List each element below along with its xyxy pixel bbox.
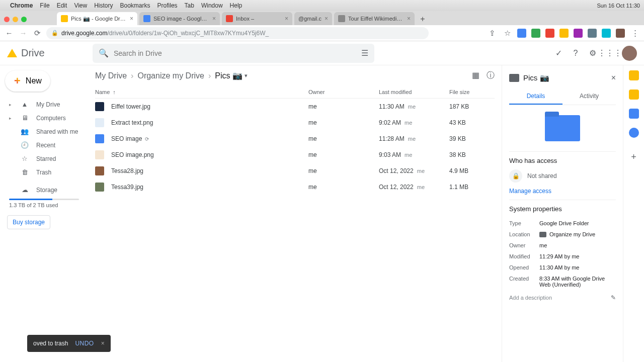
sort-asc-icon[interactable]: ↑ (113, 89, 116, 95)
apps-icon[interactable]: ⋮⋮⋮ (605, 48, 615, 58)
file-list-header: Name ↑ Owner Last modified File size (95, 86, 495, 99)
file-thumb-icon (95, 102, 104, 111)
crumb-current[interactable]: Pics 📷 ▾ (215, 71, 248, 80)
menubar-app[interactable]: Chrome (10, 2, 33, 9)
keep-icon[interactable] (629, 89, 639, 100)
browser-tab[interactable]: SEO image - Google Docs × (139, 12, 220, 25)
support-icon[interactable]: ? (571, 48, 581, 58)
extensions-icon[interactable]: ⋮ (630, 29, 640, 38)
account-avatar[interactable] (622, 46, 637, 61)
sidebar-shared[interactable]: 👥Shared with me (0, 125, 88, 138)
forward-button[interactable]: → (18, 29, 28, 37)
browser-tab[interactable]: @gmail.c × (294, 12, 332, 25)
extension-icon[interactable] (602, 29, 611, 38)
menu-tab[interactable]: Tab (185, 2, 194, 9)
info-icon[interactable]: ⓘ (487, 70, 495, 81)
drive-logo[interactable]: Drive (7, 47, 88, 59)
menu-bookmarks[interactable]: Bookmarks (120, 2, 150, 9)
sidebar-storage[interactable]: ☁Storage (0, 183, 88, 197)
search-bar[interactable]: 🔍 ☰ (93, 44, 374, 63)
col-name[interactable]: Name (95, 89, 110, 95)
plus-icon: + (14, 74, 21, 87)
share-icon[interactable]: ⇪ (487, 29, 497, 38)
file-thumb-icon (95, 150, 104, 159)
search-filter-icon[interactable]: ☰ (361, 48, 368, 58)
toast-close-icon[interactable]: × (101, 340, 105, 347)
offline-status-icon[interactable]: ✓ (553, 48, 564, 58)
file-row[interactable]: Eiffel tower.jpg me 11:30 AM me 187 KB (95, 99, 495, 115)
sidebar-computers[interactable]: ▸🖥Computers (0, 111, 88, 125)
file-row[interactable]: Extract text.png me 9:02 AM me 43 KB (95, 115, 495, 131)
browser-tab[interactable]: Pics 📷 - Google Drive × (57, 12, 137, 25)
file-row[interactable]: SEO image ⟳ me 11:28 AM me 39 KB (95, 131, 495, 147)
sidebar-starred[interactable]: ☆Starred (0, 152, 88, 165)
tab-title: Inbox – (236, 16, 282, 22)
manage-access-link[interactable]: Manage access (509, 188, 551, 195)
tasks-icon[interactable] (629, 109, 639, 119)
window-minimize[interactable] (13, 17, 18, 22)
crumb-my-drive[interactable]: My Drive (95, 71, 127, 80)
contacts-icon[interactable] (629, 128, 639, 138)
reload-button[interactable]: ⟳ (32, 29, 42, 38)
file-owner: me (308, 119, 379, 126)
extension-icon[interactable] (588, 29, 597, 38)
sidebar-my-drive[interactable]: ▸▲My Drive (0, 98, 88, 111)
menu-file[interactable]: File (40, 2, 49, 9)
tab-close-icon[interactable]: × (325, 15, 328, 22)
grid-view-icon[interactable]: ▦ (472, 70, 479, 81)
col-size[interactable]: File size (449, 89, 495, 95)
file-row[interactable]: Tessa39.jpg me Oct 12, 2022 me 1.1 MB (95, 179, 495, 195)
toast-text: oved to trash (33, 340, 68, 347)
new-tab-button[interactable]: + (417, 13, 429, 25)
prop-type: Google Drive Folder (539, 220, 616, 226)
bookmark-icon[interactable]: ☆ (502, 29, 512, 38)
toast-undo-button[interactable]: UNDO (75, 340, 94, 347)
lock-icon: 🔒 (509, 169, 522, 183)
file-row[interactable]: Tessa28.jpg me Oct 12, 2022 me 4.9 MB (95, 163, 495, 179)
buy-storage-button[interactable]: Buy storage (7, 215, 50, 229)
calendar-icon[interactable] (629, 70, 639, 80)
window-close[interactable] (4, 17, 10, 22)
col-modified[interactable]: Last modified (379, 89, 449, 95)
menu-edit[interactable]: Edit (57, 2, 67, 9)
chrome-tabstrip: Pics 📷 - Google Drive × SEO image - Goog… (0, 11, 644, 25)
tab-close-icon[interactable]: × (130, 15, 133, 22)
extension-icon[interactable] (531, 29, 540, 38)
sidebar-recent[interactable]: 🕘Recent (0, 138, 88, 152)
window-maximize[interactable] (21, 17, 27, 22)
file-name: Tessa28.jpg (111, 167, 143, 174)
people-icon: 👥 (20, 128, 29, 135)
extension-icon[interactable] (616, 29, 625, 38)
menu-history[interactable]: History (94, 2, 113, 9)
search-input[interactable] (114, 49, 356, 57)
extension-icon[interactable] (545, 29, 554, 38)
file-row[interactable]: SEO image.png me 9:03 AM me 38 KB (95, 147, 495, 163)
extension-icon[interactable] (574, 29, 583, 38)
edit-description-icon[interactable]: ✎ (611, 294, 616, 301)
details-tab-details[interactable]: Details (509, 88, 562, 105)
settings-icon[interactable]: ⚙ (588, 48, 598, 58)
col-owner[interactable]: Owner (308, 89, 379, 95)
address-bar[interactable]: 🔒 drive.google.com/drive/u/0/folders/1w-… (46, 27, 429, 39)
browser-tab[interactable]: Inbox – × (222, 12, 292, 25)
extension-icon[interactable] (517, 29, 526, 38)
menu-window[interactable]: Window (201, 2, 223, 9)
menu-profiles[interactable]: Profiles (157, 2, 178, 9)
menu-help[interactable]: Help (230, 2, 243, 9)
new-button[interactable]: + New (5, 70, 50, 92)
details-close-icon[interactable]: × (611, 73, 616, 82)
tab-close-icon[interactable]: × (212, 15, 216, 22)
browser-tab[interactable]: Tour Eiffel Wikimedia Comm × (334, 12, 415, 25)
menu-view[interactable]: View (74, 2, 87, 9)
prop-location[interactable]: Organize my Drive (539, 231, 616, 237)
crumb-organize[interactable]: Organize my Drive (137, 71, 204, 80)
extension-icon[interactable] (559, 29, 569, 38)
details-tab-activity[interactable]: Activity (562, 88, 616, 105)
tab-close-icon[interactable]: × (285, 15, 288, 22)
details-preview (509, 105, 616, 151)
add-addon-icon[interactable]: + (631, 152, 636, 162)
favicon-icon (338, 15, 345, 22)
sidebar-trash[interactable]: 🗑Trash (0, 165, 88, 179)
tab-close-icon[interactable]: × (407, 15, 411, 22)
back-button[interactable]: ← (4, 29, 14, 37)
